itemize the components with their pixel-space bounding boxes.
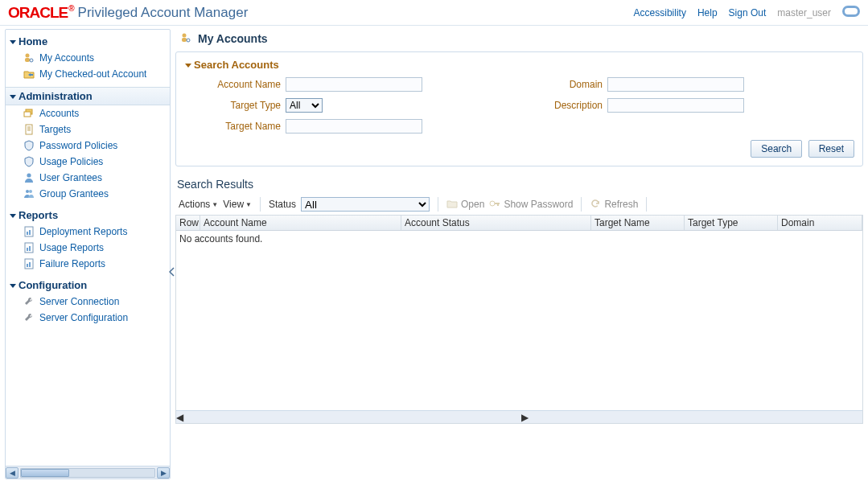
status-label: Status (269, 199, 296, 210)
svg-point-21 (183, 34, 187, 38)
scroll-left-icon[interactable]: ◀ (176, 412, 183, 423)
nav-group-reports[interactable]: Reports (6, 207, 170, 224)
nav-item-label: Group Grantees (39, 188, 109, 199)
open-button[interactable]: Open (446, 199, 484, 211)
svg-point-23 (187, 39, 190, 42)
empty-message: No accounts found. (179, 233, 262, 244)
nav-item-label: Accounts (39, 108, 79, 119)
nav-item-checked-out[interactable]: My Checked-out Account (6, 66, 170, 82)
description-input[interactable] (607, 98, 744, 113)
brand-logo: ORACLE® (8, 4, 73, 22)
caret-down-icon: ▼ (245, 201, 252, 208)
nav-item-label: Usage Policies (39, 156, 103, 167)
results-grid: Row Account Name Account Status Target N… (175, 215, 863, 424)
disclosure-icon (184, 61, 192, 69)
nav-item-label: Usage Reports (39, 242, 104, 253)
scroll-thumb[interactable] (21, 469, 69, 477)
target-type-label: Target Type (184, 100, 281, 111)
domain-label: Domain (522, 79, 603, 90)
wrench-icon (23, 312, 35, 323)
scroll-track[interactable] (20, 468, 155, 478)
results-toolbar: Actions▼ View▼ Status All Open Show Pass… (175, 195, 863, 213)
svg-rect-4 (24, 112, 31, 117)
nav-item-label: Server Configuration (39, 312, 128, 323)
show-password-button[interactable]: Show Password (489, 199, 573, 211)
svg-point-24 (490, 201, 495, 206)
help-link[interactable]: Help (697, 7, 718, 18)
disclosure-icon (9, 281, 17, 290)
col-domain-header[interactable]: Domain (778, 216, 862, 230)
reset-button[interactable]: Reset (808, 140, 854, 158)
view-menu[interactable]: View▼ (223, 199, 252, 210)
nav-item-label: Password Policies (39, 140, 117, 151)
svg-rect-5 (26, 125, 32, 134)
signout-link[interactable]: Sign Out (729, 7, 767, 18)
sidebar-hscroll[interactable]: ◀ ▶ (6, 466, 170, 479)
toolbar-divider (438, 197, 438, 212)
nav-item-user-grantees[interactable]: User Grantees (6, 170, 170, 186)
shield-icon (23, 156, 35, 167)
nav-item-group-grantees[interactable]: Group Grantees (6, 186, 170, 202)
splitter-handle[interactable] (167, 267, 177, 277)
toolbar-divider (581, 197, 582, 212)
nav-item-targets[interactable]: Targets (6, 121, 170, 138)
target-name-input[interactable] (286, 119, 422, 134)
key-icon (489, 199, 500, 211)
nav-item-server-connection[interactable]: Server Connection (6, 294, 170, 310)
results-title: Search Results (177, 178, 863, 191)
search-panel: Search Accounts Account Name Target Type… (175, 51, 863, 166)
nav-group-administration[interactable]: Administration (6, 87, 170, 105)
nav-item-deployment-reports[interactable]: Deployment Reports (6, 224, 170, 240)
target-type-select[interactable]: All (286, 98, 323, 113)
col-target-name-header[interactable]: Target Name (591, 216, 685, 230)
status-select[interactable]: All (301, 197, 430, 212)
svg-rect-17 (29, 246, 31, 251)
nav-group-home[interactable]: Home (6, 33, 170, 50)
search-panel-header[interactable]: Search Accounts (184, 59, 854, 71)
nav-item-usage-policies[interactable]: Usage Policies (6, 154, 170, 170)
account-name-input[interactable] (286, 77, 422, 92)
main-content: My Accounts Search Accounts Account Name… (171, 29, 863, 486)
page-icon (23, 124, 35, 135)
col-account-status-header[interactable]: Account Status (401, 216, 591, 230)
nav-item-usage-reports[interactable]: Usage Reports (6, 240, 170, 256)
person-key-icon (180, 32, 193, 45)
domain-input[interactable] (607, 77, 744, 92)
shield-icon (23, 140, 35, 151)
oracle-o-icon (842, 6, 860, 19)
svg-rect-22 (182, 38, 187, 42)
nav-item-accounts[interactable]: Accounts (6, 105, 170, 121)
scroll-left-icon[interactable]: ◀ (6, 467, 19, 479)
scroll-right-icon[interactable]: ▶ (521, 412, 529, 423)
nav-item-server-configuration[interactable]: Server Configuration (6, 310, 170, 326)
nav-group-configuration[interactable]: Configuration (6, 277, 170, 294)
toolbar-divider (646, 197, 647, 212)
svg-point-2 (30, 59, 33, 62)
grid-hscroll[interactable]: ◀ ▶ (176, 410, 862, 423)
page-title: My Accounts (175, 29, 863, 51)
col-account-name-header[interactable]: Account Name (200, 216, 401, 230)
svg-rect-1 (25, 58, 30, 62)
folder-out-icon (23, 68, 35, 80)
nav-item-failure-reports[interactable]: Failure Reports (6, 256, 170, 272)
scroll-right-icon[interactable]: ▶ (157, 467, 170, 479)
accessibility-link[interactable]: Accessibility (634, 7, 686, 18)
actions-menu[interactable]: Actions▼ (179, 199, 218, 210)
svg-rect-13 (27, 232, 28, 235)
user-icon (23, 172, 35, 183)
svg-rect-19 (27, 264, 28, 267)
svg-point-0 (26, 54, 30, 58)
disclosure-icon (9, 92, 17, 101)
svg-point-10 (26, 190, 29, 193)
search-button[interactable]: Search (751, 140, 802, 158)
nav-item-label: Targets (39, 124, 71, 135)
nav-item-label: Deployment Reports (39, 226, 127, 237)
nav-item-password-policies[interactable]: Password Policies (6, 138, 170, 154)
nav-item-label: Server Connection (39, 296, 119, 307)
nav-item-label: Failure Reports (39, 258, 105, 269)
col-target-type-header[interactable]: Target Type (685, 216, 778, 230)
refresh-button[interactable]: Refresh (590, 199, 638, 211)
col-row-header[interactable]: Row (176, 216, 200, 230)
svg-point-9 (27, 173, 31, 177)
nav-item-my-accounts[interactable]: My Accounts (6, 50, 170, 66)
